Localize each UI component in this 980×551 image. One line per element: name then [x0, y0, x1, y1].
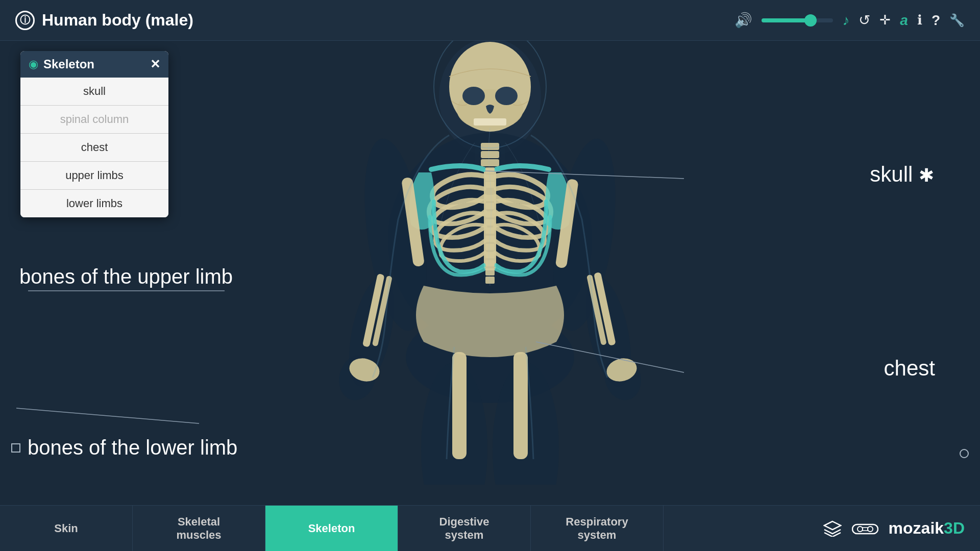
tab-digestive-system[interactable]: Digestivesystem	[398, 506, 531, 551]
panel-item-spinal-column[interactable]: spinal column	[20, 106, 168, 134]
svg-point-14	[462, 87, 485, 105]
svg-rect-33	[485, 268, 495, 276]
move-button[interactable]: ✛	[879, 12, 891, 28]
settings-button[interactable]: 🔧	[949, 13, 965, 28]
svg-rect-53	[863, 528, 868, 531]
tab-skeletal-muscles[interactable]: Skeletalmuscles	[133, 506, 265, 551]
vr-button[interactable]	[852, 520, 878, 537]
svg-rect-26	[485, 211, 495, 217]
main-content: ◉ Skeleton ✕ skull spinal column chest u…	[0, 41, 980, 505]
svg-point-52	[868, 527, 873, 532]
skeleton-panel: ◉ Skeleton ✕ skull spinal column chest u…	[20, 51, 168, 217]
volume-fill	[762, 18, 808, 22]
lower-limb-annotation-area: bones of the lower limb	[11, 436, 237, 459]
tab-skin[interactable]: Skin	[0, 506, 133, 551]
svg-rect-18	[481, 151, 499, 158]
svg-rect-30	[485, 244, 495, 250]
layers-icon	[823, 520, 842, 537]
right-annotation-dot	[960, 449, 969, 458]
header-title-area: ⓘ Human body (male)	[15, 11, 193, 30]
header-controls: 🔊 ♪ ↺ ✛ a ℹ ? 🔧	[734, 12, 965, 29]
svg-rect-31	[485, 252, 495, 258]
volume-slider[interactable]	[762, 18, 833, 22]
tab-bar: Skin Skeletalmuscles Skeleton Digestives…	[0, 505, 980, 551]
panel-eye-icon: ◉	[29, 58, 38, 71]
layers-button[interactable]	[823, 520, 842, 537]
panel-item-chest[interactable]: chest	[20, 134, 168, 162]
help-button[interactable]: ?	[932, 12, 940, 29]
svg-rect-25	[485, 203, 495, 209]
svg-rect-19	[481, 159, 499, 166]
volume-thumb[interactable]	[804, 14, 817, 27]
lower-limb-annotation-label: bones of the lower limb	[28, 436, 237, 459]
panel-header: ◉ Skeleton ✕	[20, 51, 168, 78]
svg-rect-16	[474, 118, 506, 126]
info-circle-icon: ⓘ	[15, 11, 35, 30]
body-svg	[311, 41, 669, 485]
music-button[interactable]: ♪	[842, 12, 849, 29]
rotate-button[interactable]: ↺	[859, 12, 870, 29]
svg-line-49	[16, 408, 199, 423]
svg-rect-17	[481, 143, 499, 150]
tab-respiratory-system[interactable]: Respiratorysystem	[531, 506, 664, 551]
svg-point-51	[857, 527, 863, 532]
app-title: Human body (male)	[42, 11, 193, 30]
svg-rect-24	[485, 195, 495, 201]
svg-rect-32	[485, 260, 495, 266]
svg-rect-44	[513, 352, 528, 459]
svg-rect-21	[485, 167, 495, 173]
app-header: ⓘ Human body (male) 🔊 ♪ ↺ ✛ a ℹ ? 🔧	[0, 0, 980, 41]
font-button[interactable]: a	[900, 12, 908, 29]
volume-button[interactable]: 🔊	[734, 12, 752, 29]
tab-right-controls: mozaik3D	[808, 506, 980, 551]
tab-skeleton[interactable]: Skeleton	[265, 506, 398, 551]
panel-title: Skeleton	[43, 57, 145, 71]
svg-rect-43	[452, 352, 467, 459]
panel-item-skull[interactable]: skull	[20, 78, 168, 106]
vr-icon	[852, 520, 878, 537]
mozaik3d-logo: mozaik3D	[889, 519, 965, 538]
panel-item-upper-limbs[interactable]: upper limbs	[20, 162, 168, 190]
svg-rect-50	[852, 524, 878, 534]
info-button[interactable]: ℹ	[917, 12, 922, 28]
lower-limb-dot	[11, 443, 20, 453]
svg-point-15	[495, 87, 518, 105]
panel-item-lower-limbs[interactable]: lower limbs	[20, 190, 168, 217]
svg-rect-27	[485, 219, 495, 226]
panel-close-button[interactable]: ✕	[150, 57, 160, 71]
